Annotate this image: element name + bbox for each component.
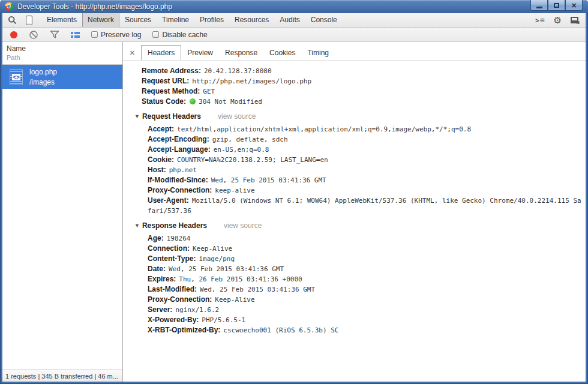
section-header-request-headers[interactable]: ▼Request Headersview source: [123, 110, 583, 122]
header-value: text/html,application/xhtml+xml,applicat…: [177, 125, 471, 133]
details-tab-cookies[interactable]: Cookies: [263, 45, 301, 61]
tab-console[interactable]: Console: [305, 13, 343, 27]
summary-row: Request URL:http://php.net/images/logo.p…: [123, 76, 583, 86]
minimize-button[interactable]: [530, 0, 548, 11]
header-row: Content-Type:image/png: [123, 254, 583, 264]
header-value: php.net: [169, 166, 197, 174]
header-value: Keep-Alive: [193, 245, 232, 253]
window-controls: ×: [530, 0, 583, 11]
header-name: Connection:: [148, 244, 190, 253]
search-icon[interactable]: [8, 16, 17, 25]
header-row: Accept:text/html,application/xhtml+xml,a…: [123, 124, 583, 134]
close-button[interactable]: ×: [565, 0, 583, 11]
summary-row: Status Code:304 Not Modified: [123, 97, 583, 107]
devtools-tabbar: ElementsNetworkSourcesTimelineProfilesRe…: [2, 13, 586, 28]
dock-side-icon[interactable]: [571, 17, 578, 23]
headers-content: Remote Address:20.42.128.37:8080Request …: [123, 61, 586, 382]
network-split: Name Path <>logo.php/images 1 requests |…: [2, 42, 586, 382]
details-tabs: HeadersPreviewResponseCookiesTiming: [141, 45, 335, 61]
header-value: gzip, deflate, sdch: [212, 136, 288, 143]
header-value: COUNTRY=NA%2C20.138.2.59; LAST_LANG=en: [177, 156, 328, 164]
details-panel: × HeadersPreviewResponseCookiesTiming Re…: [123, 42, 586, 382]
section-header-response-headers[interactable]: ▼Response Headersview source: [123, 220, 583, 231]
header-name: Expires:: [148, 275, 176, 283]
tab-network[interactable]: Network: [82, 13, 119, 27]
details-tab-timing[interactable]: Timing: [301, 45, 335, 61]
record-button[interactable]: [10, 31, 17, 38]
details-tab-response[interactable]: Response: [219, 45, 263, 61]
header-row: X-RBT-Optimized-By:cscwoecho001 (RiOS 6.…: [123, 325, 583, 335]
header-value: Wed, 25 Feb 2015 03:41:36 GMT: [211, 176, 326, 184]
large-rows-toggle-icon[interactable]: [71, 32, 80, 38]
header-value: 304 Not Modified: [199, 98, 262, 106]
view-source-link[interactable]: view source: [218, 112, 256, 121]
request-name: logo.php: [29, 68, 57, 76]
header-name: Accept:: [148, 125, 174, 133]
network-toolbar: Preserve logDisable cache: [2, 28, 586, 42]
header-row: X-Powered-By:PHP/5.6.5-1: [123, 315, 583, 325]
details-tab-headers[interactable]: Headers: [141, 45, 181, 60]
checkbox-label: Disable cache: [162, 31, 207, 39]
status-text: 1 requests | 345 B transferred | 46 m...: [5, 373, 118, 380]
header-value: cscwoecho001 (RiOS 6.5.3b) SC: [223, 326, 338, 334]
header-name: Request Method:: [142, 87, 200, 95]
view-source-link[interactable]: view source: [224, 221, 262, 230]
section-title: Response Headers: [142, 221, 207, 230]
header-sections: ▼Request Headersview sourceAccept:text/h…: [123, 110, 583, 335]
header-name: Proxy-Connection:: [148, 295, 212, 304]
header-value: 20.42.128.37:8080: [204, 67, 272, 75]
checkbox-disable-cache[interactable]: Disable cache: [152, 31, 207, 39]
header-value: Wed, 25 Feb 2015 03:41:36 GMT: [169, 265, 284, 273]
column-header-name: Name: [7, 44, 118, 53]
clear-button[interactable]: [29, 30, 38, 40]
tab-sources[interactable]: Sources: [119, 13, 157, 27]
triangle-down-icon: ▼: [134, 113, 140, 119]
header-name: Accept-Language:: [148, 145, 211, 154]
header-row: Cookie:COUNTRY=NA%2C20.138.2.59; LAST_LA…: [123, 155, 583, 165]
header-value: GET: [203, 88, 215, 95]
console-drawer-icon[interactable]: > ≡: [535, 16, 545, 25]
device-mode-icon[interactable]: [26, 16, 32, 25]
file-icon: <>: [10, 69, 23, 85]
requests-table-header[interactable]: Name Path: [2, 42, 122, 65]
minimize-icon: [536, 7, 542, 8]
request-text: logo.php/images: [29, 68, 57, 86]
checkbox-preserve-log[interactable]: Preserve log: [91, 31, 141, 39]
tab-resources[interactable]: Resources: [229, 13, 274, 27]
console-chevron: >: [535, 17, 539, 24]
header-name: Remote Address:: [142, 67, 201, 75]
close-details-button[interactable]: ×: [125, 45, 139, 61]
request-row[interactable]: <>logo.php/images: [2, 65, 122, 89]
title-bar: Developer Tools - http://php.net/images/…: [0, 0, 588, 13]
header-value: nginx/1.6.2: [175, 306, 219, 314]
header-value: PHP/5.6.5-1: [202, 316, 245, 324]
tab-profiles[interactable]: Profiles: [194, 13, 229, 27]
checkbox-box[interactable]: [91, 31, 98, 38]
devtools-tabs: ElementsNetworkSourcesTimelineProfilesRe…: [41, 13, 343, 27]
toolbar-checkboxes: Preserve logDisable cache: [91, 31, 208, 39]
checkbox-box[interactable]: [152, 31, 159, 38]
header-row: Age:198264: [123, 233, 583, 244]
filter-icon[interactable]: [50, 30, 59, 39]
header-value: Wed, 25 Feb 2015 03:41:36 GMT: [200, 286, 315, 293]
sidebar-empty-area: [2, 89, 122, 370]
gear-icon[interactable]: ⚙: [554, 16, 562, 25]
code-glyph: <>: [12, 74, 20, 80]
summary-row: Request Method:GET: [123, 86, 583, 97]
request-path: /images: [29, 78, 57, 86]
console-lines: ≡: [539, 16, 544, 25]
tab-audits[interactable]: Audits: [274, 13, 305, 27]
header-name: Last-Modified:: [148, 285, 197, 293]
tab-elements[interactable]: Elements: [41, 13, 82, 27]
details-tab-preview[interactable]: Preview: [181, 45, 219, 61]
header-name: Date:: [148, 265, 166, 273]
header-row: Proxy-Connection:keep-alive: [123, 185, 583, 196]
header-name: Accept-Encoding:: [148, 135, 209, 143]
header-row: Accept-Encoding:gzip, deflate, sdch: [123, 134, 583, 145]
header-name: Content-Type:: [148, 254, 196, 263]
tab-timeline[interactable]: Timeline: [157, 13, 194, 27]
requests-sidebar: Name Path <>logo.php/images 1 requests |…: [2, 42, 123, 382]
section-title: Request Headers: [142, 112, 201, 121]
header-name: Host:: [148, 166, 166, 174]
maximize-button[interactable]: [548, 0, 565, 11]
